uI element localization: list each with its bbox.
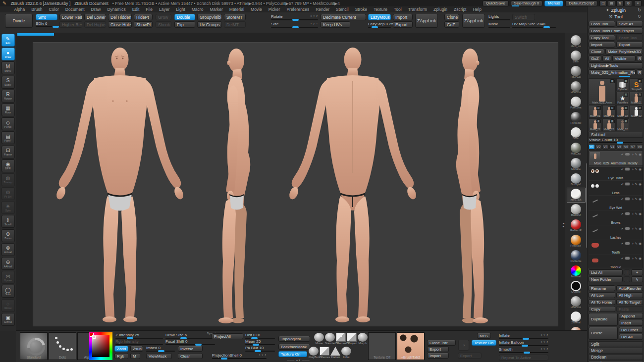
tool-thumbnail[interactable]: R Male_02 xyxy=(630,105,643,118)
menu-item[interactable]: Stencil xyxy=(333,7,352,12)
brush-shortcut[interactable]: ZRemes xyxy=(319,347,330,359)
subtool-view-tab[interactable]: V3 xyxy=(602,144,609,150)
subtool-uv-icon[interactable]: ◑ xyxy=(632,153,634,156)
zapplink-button[interactable]: ZAppLink xyxy=(415,14,438,28)
section-header[interactable]: Boolean xyxy=(589,354,643,360)
import-button[interactable]: Import xyxy=(393,14,413,20)
import-texture-button[interactable]: Import xyxy=(427,353,449,359)
visible-count-slider[interactable]: Visible Count 10 xyxy=(589,138,643,144)
brush-texture-thumbnail[interactable]: ~BrushTxtr2 xyxy=(397,332,425,360)
material-item[interactable]: Reflecte xyxy=(567,111,586,126)
active-tool-r-button[interactable]: R xyxy=(637,69,643,75)
subtool-section-header[interactable]: Subtool xyxy=(589,132,643,138)
double-button[interactable]: Double xyxy=(174,14,195,20)
subtool-polypaint-icon[interactable]: ✔ xyxy=(621,212,623,215)
subtool-polypaint-icon[interactable]: ✔ xyxy=(621,197,623,201)
decimate-current-button[interactable]: Decimate Current xyxy=(321,14,366,20)
rgb-intensity-slider[interactable]: Rgb Intensity xyxy=(115,339,163,346)
all-to-home-button[interactable]: All To Home xyxy=(589,299,615,305)
focal-shift-slider[interactable]: Focal Shift 0 xyxy=(165,339,215,346)
subtool-visibility-icon[interactable]: ◉ xyxy=(639,153,642,156)
uv-map-size-slider[interactable]: UV Map Size 2048 xyxy=(512,22,556,28)
see-through-slider[interactable]: See-through 0 xyxy=(511,0,543,6)
menu-item[interactable]: Draw xyxy=(88,7,104,12)
menu-item[interactable]: Color xyxy=(46,7,62,12)
left-shelf-tool[interactable]: ▣ Gizmo xyxy=(1,313,15,326)
subtool-item[interactable]: ✔ ◑ ✎ ◉ Eye_Balls xyxy=(589,166,643,181)
goz-tool-button[interactable]: GoZ xyxy=(589,55,601,61)
subtool-item[interactable]: ✔ ◑ ✎ ◉ Lashes xyxy=(589,225,643,240)
lights-slider[interactable]: Lights xyxy=(488,14,510,21)
thumbnail-r-badge[interactable]: R xyxy=(624,93,628,97)
left-shelf-tool[interactable]: ⊕ Zoom xyxy=(1,229,15,242)
delete-button[interactable]: Delete xyxy=(589,327,618,340)
left-shelf-tool[interactable]: ⊖ AAHalf xyxy=(1,257,15,270)
subtool-view-tab[interactable]: V7 xyxy=(630,144,636,150)
add-subtool-button[interactable]: + xyxy=(631,269,643,275)
close-icon[interactable]: × xyxy=(634,0,642,6)
subtool-toggle-icon[interactable] xyxy=(625,242,630,245)
subtool-item[interactable]: ✔ ◑ ✎ ◉ Tongue xyxy=(589,255,643,268)
inflate-balloon-slider[interactable]: Inflate Balloonx y z xyxy=(499,340,548,347)
subtool-item[interactable]: ✔ ◑ ✎ ◉ Eye Wet xyxy=(589,196,643,210)
del-lower-button[interactable]: Del Lower xyxy=(84,14,106,20)
menu-item[interactable]: File xyxy=(143,7,156,12)
material-item[interactable]: BumpVi xyxy=(567,172,586,187)
extract-button[interactable]: ↳ xyxy=(631,276,643,282)
subtool-view-tab[interactable]: V5 xyxy=(616,144,623,150)
menu-item[interactable]: Material xyxy=(226,7,247,12)
tool-thumbnail[interactable]: R Male_02 xyxy=(616,118,630,131)
lazystep-slider[interactable]: LazyStep 0.25 xyxy=(368,22,391,28)
zsub-button[interactable]: Zsub xyxy=(130,346,143,352)
subtool-paint-icon[interactable]: ✎ xyxy=(635,197,637,201)
subtool-polypaint-icon[interactable]: ✔ xyxy=(621,182,623,186)
lower-res-button[interactable]: Lower Res xyxy=(59,14,82,20)
menu-item[interactable]: Tool xyxy=(391,7,405,12)
subtool-uv-icon[interactable]: ◑ xyxy=(632,197,634,201)
tool-thumbnail[interactable]: S R SimpleB xyxy=(630,78,643,91)
sdiv-slider[interactable]: SDiv 6 xyxy=(36,21,57,28)
subtool-paint-icon[interactable]: ✎ xyxy=(635,182,637,186)
zapplink-button-2[interactable]: ZAppLink xyxy=(462,14,485,28)
subtool-polypaint-icon[interactable]: ✔ xyxy=(621,153,623,156)
subtool-toggle-icon[interactable] xyxy=(625,182,630,186)
brush-shortcut[interactable]: Standar xyxy=(324,333,336,345)
material-item[interactable]: zbro_mt xyxy=(567,34,586,49)
tool-refresh-icon[interactable]: ↻ xyxy=(638,14,641,19)
repeat-to-active-button[interactable]: Repeat To Active xyxy=(499,355,548,361)
dist-slider[interactable]: Dist 0.01 xyxy=(245,333,275,339)
copy-subtool-button[interactable]: Copy xyxy=(589,306,615,312)
paste-subtool-button[interactable]: Paste xyxy=(616,306,643,312)
subtool-item[interactable]: ✔ ◑ ✎ ◉ Teeth xyxy=(589,240,643,255)
canvas-figure-back[interactable] xyxy=(288,48,418,322)
canvas-figure-left-profile[interactable] xyxy=(218,49,250,323)
thumbnail-r-badge[interactable]: R xyxy=(624,119,628,123)
left-shelf-tool[interactable]: ◌ Ghost xyxy=(1,299,15,312)
menu-item[interactable]: Picker xyxy=(265,7,283,12)
subtool-visibility-icon[interactable]: ◉ xyxy=(639,227,642,230)
left-shelf-tool[interactable]: ⊜ Actual xyxy=(1,243,15,256)
left-shelf-tool[interactable]: ◉ BPR xyxy=(1,159,15,172)
switch-button[interactable]: Switch xyxy=(512,14,535,20)
subtool-toggle-icon[interactable] xyxy=(625,212,630,215)
duplicate-button[interactable]: Duplicate xyxy=(589,313,618,326)
shrink-button[interactable]: Shrink xyxy=(156,21,171,28)
left-shelf-tool[interactable]: ⊙ Pt Sel xyxy=(1,187,15,200)
import-tool-button[interactable]: Import xyxy=(589,42,615,48)
menu-item[interactable]: Transform xyxy=(405,7,430,12)
section-header[interactable]: Split xyxy=(589,341,643,347)
brush-shortcut[interactable]: Morph xyxy=(357,333,369,345)
thumbnail-r-badge[interactable]: R xyxy=(610,119,615,123)
subtool-paint-icon[interactable]: ✎ xyxy=(635,167,637,171)
left-shelf-tool[interactable]: ▦ Floor xyxy=(1,103,15,116)
mean-slider[interactable]: Mean 25 xyxy=(245,339,275,346)
inverse-button[interactable]: Inverse xyxy=(178,346,203,352)
left-shelf-tool[interactable]: ⇕ Scroll xyxy=(1,215,15,228)
left-shelf-tool[interactable]: S Scale xyxy=(1,76,15,89)
menu-item[interactable]: Macro xyxy=(188,7,207,12)
export-texture-map-button[interactable]: Export xyxy=(458,353,482,359)
material-item[interactable]: MatCap xyxy=(567,142,586,156)
z-intensity-slider[interactable]: Z Intensity 25 xyxy=(115,333,163,339)
clear-button[interactable]: Clear xyxy=(178,353,203,359)
left-shelf-tool[interactable]: ✎ Edit xyxy=(1,34,15,47)
